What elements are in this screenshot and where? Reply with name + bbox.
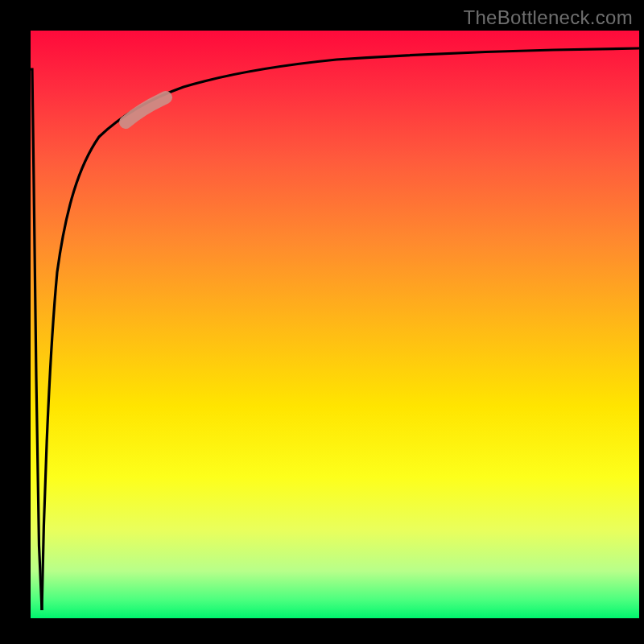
chart-frame: TheBottleneck.com <box>0 0 644 644</box>
watermark-label: TheBottleneck.com <box>463 6 633 29</box>
curve-rise <box>42 48 639 610</box>
highlight-segment <box>126 97 166 122</box>
plot-area <box>31 31 639 618</box>
curve-layer <box>31 31 639 618</box>
curve-drop <box>31 69 42 610</box>
